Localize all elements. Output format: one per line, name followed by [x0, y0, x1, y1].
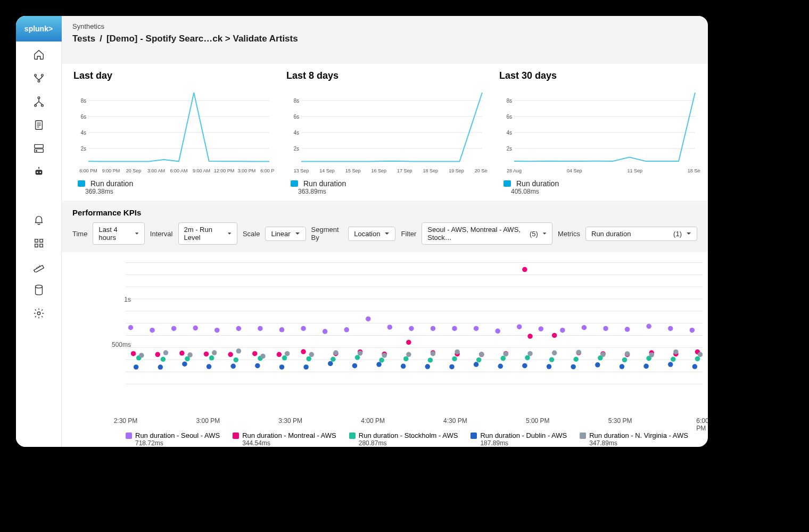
chart-last-day[interactable]: 8s 6s 4s 2s 6:00 PM9:00 PM20 Sep3:00 AM6…: [72, 85, 275, 175]
svg-text:3:00 AM: 3:00 AM: [147, 168, 165, 173]
svg-point-179: [187, 352, 193, 358]
svg-point-122: [552, 333, 557, 338]
svg-text:2s: 2s: [506, 146, 512, 152]
card-title: Last 8 days: [286, 70, 488, 81]
legend-label: Run duration - N. Virginia - AWS: [589, 431, 688, 439]
svg-point-141: [428, 358, 433, 363]
svg-point-102: [668, 326, 673, 331]
legend-item[interactable]: Run duration - Dublin - AWS187.89ms: [470, 431, 567, 447]
svg-point-3: [38, 97, 40, 99]
svg-point-149: [622, 358, 628, 363]
svg-rect-18: [34, 265, 44, 272]
svg-point-153: [134, 364, 139, 370]
chart-last-30-days[interactable]: 8s 6s 4s 2s 28 Aug04 Sep11 Sep18 Sep: [498, 85, 700, 175]
svg-point-152: [695, 356, 700, 362]
time-select[interactable]: Last 4 hours: [93, 222, 144, 245]
svg-point-146: [549, 357, 555, 362]
main-content: Synthetics Tests / [Demo] - Spotify Sear…: [62, 16, 708, 447]
breadcrumb: Tests / [Demo] - Spotify Searc…ck > Vali…: [72, 34, 697, 44]
legend-item[interactable]: Run duration - Montreal - AWS344.54ms: [233, 431, 336, 447]
tree-icon[interactable]: [33, 96, 45, 110]
metrics-select[interactable]: Run duration(1): [585, 227, 697, 241]
apps-icon[interactable]: [33, 237, 45, 251]
legend-swatch-icon: [126, 433, 132, 439]
svg-point-175: [668, 362, 673, 367]
branches-icon[interactable]: [33, 72, 45, 86]
legend-swatch-icon: [470, 433, 477, 439]
svg-point-121: [527, 334, 533, 339]
svg-point-188: [406, 352, 411, 358]
kpi-scatter-chart[interactable]: 1s 500ms 2:30 PM3:00 PM3:30 PM4:00 PM4:3…: [62, 252, 708, 447]
svg-text:8s: 8s: [80, 98, 86, 104]
gear-icon[interactable]: [33, 307, 45, 321]
svg-point-143: [476, 358, 482, 363]
svg-point-97: [560, 328, 565, 333]
svg-point-163: [376, 362, 382, 367]
card-last-8-days: Last 8 days 8s 6s 4s 2s 13 Sep14 Sep15 S…: [285, 68, 488, 195]
segment-select[interactable]: Location: [348, 227, 395, 241]
svg-text:19 Sep: 19 Sep: [449, 168, 464, 173]
svg-point-174: [643, 364, 649, 369]
bell-icon[interactable]: [33, 214, 45, 228]
document-icon[interactable]: [33, 119, 45, 133]
svg-point-94: [495, 329, 500, 334]
svg-point-81: [214, 328, 220, 333]
svg-point-170: [547, 364, 552, 369]
legend-item[interactable]: Run duration - N. Virginia - AWS347.89ms: [580, 431, 688, 447]
svg-point-178: [163, 350, 169, 355]
filter-select[interactable]: Seoul - AWS, Montreal - AWS, Stock…(5): [422, 222, 552, 245]
svg-point-156: [207, 364, 212, 369]
ruler-icon[interactable]: [33, 261, 45, 275]
legend-item[interactable]: Run duration - Seoul - AWS718.72ms: [126, 431, 220, 447]
svg-point-185: [333, 350, 339, 355]
svg-point-139: [379, 358, 384, 363]
legend-swatch-icon: [349, 433, 356, 439]
interval-select[interactable]: 2m - Run Level: [178, 222, 237, 245]
chart-last-8-days[interactable]: 8s 6s 4s 2s 13 Sep14 Sep15 Sep16 Sep17 S…: [285, 85, 488, 175]
svg-point-135: [282, 355, 287, 361]
svg-point-80: [193, 326, 198, 331]
breadcrumb-root[interactable]: Tests: [72, 34, 95, 44]
svg-text:2s: 2s: [80, 146, 86, 152]
svg-rect-17: [39, 244, 43, 247]
svg-text:12:00 PM: 12:00 PM: [214, 168, 235, 173]
legend-label: Run duration - Montreal - AWS: [242, 431, 336, 439]
card-last-30-days: Last 30 days 8s 6s 4s 2s 28 Aug04 Sep11 …: [498, 68, 700, 195]
legend-item[interactable]: Run duration - Stockholm - AWS280.87ms: [349, 431, 458, 447]
svg-text:8s: 8s: [293, 98, 299, 104]
database-icon[interactable]: [33, 284, 45, 298]
svg-point-2: [38, 80, 40, 82]
scale-label: Scale: [243, 230, 260, 238]
svg-point-165: [425, 364, 431, 369]
y-tick-500ms: 500ms: [110, 341, 131, 348]
svg-point-107: [204, 352, 209, 357]
legend-label: Run duration - Dublin - AWS: [480, 431, 567, 439]
server-icon[interactable]: [33, 143, 45, 156]
kpi-title: Performance KPIs: [72, 208, 697, 217]
legend-swatch-icon: [233, 433, 239, 439]
metrics-label: Metrics: [558, 230, 580, 238]
card-title: Last day: [73, 70, 275, 81]
scale-select[interactable]: Linear: [265, 227, 306, 241]
svg-point-85: [301, 326, 306, 331]
svg-point-147: [573, 357, 579, 362]
legend-label: Run duration - Seoul - AWS: [135, 431, 220, 439]
svg-point-187: [382, 353, 387, 358]
card-title: Last 30 days: [499, 70, 700, 81]
legend-chip-icon: [291, 180, 298, 187]
legend-value: 347.89ms: [589, 439, 688, 447]
svg-rect-14: [35, 239, 38, 243]
svg-point-111: [301, 349, 306, 354]
svg-text:4s: 4s: [506, 130, 512, 136]
legend-value: 363.89ms: [298, 188, 488, 195]
svg-text:20 Sep: 20 Sep: [475, 168, 488, 173]
svg-point-93: [474, 326, 479, 331]
brand-logo[interactable]: splunk>: [16, 16, 62, 41]
svg-point-98: [582, 325, 587, 330]
kpi-controls: Time Last 4 hours Interval 2m - Run Leve…: [72, 222, 697, 245]
robot-icon[interactable]: [33, 166, 45, 180]
svg-point-109: [252, 351, 258, 356]
svg-point-176: [692, 364, 698, 369]
svg-point-11: [36, 172, 38, 173]
home-icon[interactable]: [33, 49, 45, 63]
